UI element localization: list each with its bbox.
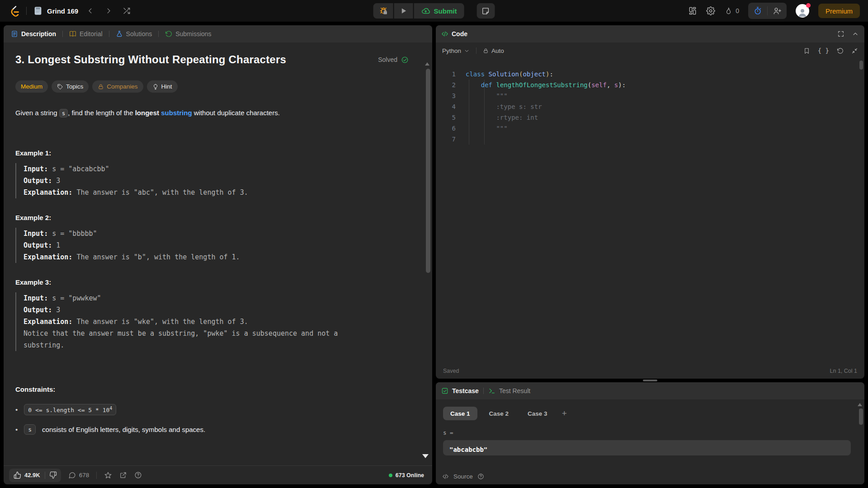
hint-button[interactable]: Hint	[147, 80, 178, 93]
add-case-button[interactable]: +	[559, 408, 570, 418]
constraint-text: consists of English letters, digits, sym…	[42, 426, 205, 433]
line-number: 4	[436, 101, 456, 112]
line-number: 1	[436, 69, 456, 80]
right-column: Code	[436, 25, 864, 484]
fullscreen-button[interactable]	[837, 30, 844, 38]
code-line[interactable]: 1class Solution(object):	[436, 69, 864, 80]
divider	[109, 31, 109, 37]
testcase-tab-2[interactable]: Case 2	[482, 407, 516, 420]
tab-submissions[interactable]: Submissions	[163, 30, 213, 38]
code-line[interactable]: 5 :rtype: int	[436, 112, 864, 123]
notification-dot	[806, 3, 811, 8]
scrollbar-thumb[interactable]	[859, 408, 863, 425]
scroll-down-arrow[interactable]	[422, 454, 429, 458]
random-question-button[interactable]	[121, 5, 132, 17]
dislike-button[interactable]	[45, 471, 61, 479]
minimize-editor-button[interactable]	[851, 47, 858, 54]
code-line[interactable]: 4 :type s: str	[436, 101, 864, 112]
like-button[interactable]: 42.9K	[9, 471, 45, 479]
streak-count: 0	[736, 7, 739, 14]
testcase-tab-3[interactable]: Case 3	[520, 407, 555, 420]
statement-text: , find the length of the	[68, 109, 135, 117]
tab-label: Solutions	[126, 30, 152, 38]
divider	[96, 472, 97, 479]
code-editor[interactable]: 1class Solution(object):2 def lengthOfLo…	[436, 59, 864, 363]
question-circle-icon	[134, 471, 142, 479]
statement-text: without duplicate characters.	[192, 109, 280, 117]
user-avatar[interactable]	[796, 4, 809, 18]
scroll-up-arrow[interactable]	[425, 62, 429, 66]
testcase-tab-1[interactable]: Case 1	[443, 407, 477, 420]
problem-footer-bar: 42.9K 678	[4, 465, 432, 484]
problem-list-button[interactable]: Grind 169	[33, 6, 78, 16]
notes-button[interactable]	[476, 3, 495, 19]
play-icon	[400, 7, 408, 15]
topbar-center-group: Submit	[373, 3, 495, 19]
code-lines: 1class Solution(object):2 def lengthOfLo…	[436, 69, 864, 145]
submit-button[interactable]: Submit	[414, 3, 464, 19]
submit-label: Submit	[434, 7, 457, 15]
reset-code-button[interactable]	[837, 47, 844, 54]
collapse-arrows-icon	[851, 47, 858, 54]
external-link-icon	[119, 471, 127, 479]
difficulty-badge[interactable]: Medium	[15, 80, 48, 93]
tab-testcase[interactable]: Testcase	[441, 387, 479, 394]
collapse-panel-button[interactable]	[852, 30, 859, 38]
example-row: Output: 3	[24, 304, 339, 316]
settings-button[interactable]	[706, 6, 715, 15]
streak-counter[interactable]: 0	[724, 7, 739, 15]
constraint-code: s	[24, 424, 36, 435]
tab-label: Editorial	[80, 30, 103, 38]
like-count: 42.9K	[24, 472, 40, 479]
favorite-button[interactable]	[104, 471, 112, 479]
prev-question-button[interactable]	[85, 5, 96, 17]
example-block: Input: s = "pwwkew"Output: 3Explanation:…	[15, 292, 339, 351]
bookmark-button[interactable]	[803, 47, 810, 54]
companies-label: Companies	[107, 83, 137, 90]
timer-button[interactable]	[748, 3, 767, 19]
code-line[interactable]: 2 def lengthOfLongestSubstring(self, s):	[436, 80, 864, 90]
problem-description-area: 3. Longest Substring Without Repeating C…	[4, 42, 432, 465]
testcase-input[interactable]: "abcabcbb"	[443, 440, 851, 455]
scrollbar-thumb[interactable]	[426, 69, 430, 273]
example-row: Input: s = "pwwkew"	[24, 292, 339, 304]
feedback-button[interactable]	[134, 471, 142, 479]
layout-switcher-button[interactable]	[688, 6, 697, 15]
indent-guide	[484, 80, 485, 145]
next-question-button[interactable]	[103, 5, 114, 17]
editor-scrollbar-thumb[interactable]	[859, 61, 863, 70]
code-line[interactable]: 6 """	[436, 123, 864, 134]
invite-button[interactable]	[768, 3, 787, 19]
layout-grid-icon	[688, 6, 697, 15]
format-code-button[interactable]: { }	[818, 47, 829, 54]
scroll-up-arrow[interactable]	[858, 403, 862, 406]
tab-solutions[interactable]: Solutions	[114, 30, 154, 38]
panel-resize-handle[interactable]	[436, 379, 864, 382]
vote-group: 42.9K	[9, 469, 61, 482]
autocomplete-toggle[interactable]: Auto	[483, 47, 504, 54]
share-button[interactable]	[119, 471, 127, 479]
online-dot	[389, 474, 392, 477]
companies-button[interactable]: Companies	[92, 80, 143, 93]
code-tab[interactable]: Code	[441, 30, 467, 38]
tab-editorial[interactable]: Editorial	[67, 30, 104, 38]
tab-description[interactable]: Description	[9, 30, 58, 38]
premium-button[interactable]: Premium	[818, 4, 860, 18]
tab-test-result[interactable]: Test Result	[488, 387, 530, 394]
topics-button[interactable]: Topics	[52, 80, 89, 93]
run-button[interactable]	[394, 3, 413, 19]
cursor-position: Ln 1, Col 1	[830, 368, 857, 374]
testcase-help-button[interactable]	[477, 473, 484, 480]
example-label: Example 2:	[15, 214, 420, 221]
test-result-tab-label: Test Result	[499, 387, 530, 394]
code-line[interactable]: 7	[436, 134, 864, 145]
language-select[interactable]: Python	[442, 47, 470, 54]
comments-button[interactable]: 678	[68, 471, 90, 479]
leetcode-logo-icon[interactable]	[8, 5, 20, 17]
code-line[interactable]: 3 """	[436, 90, 864, 101]
debug-button[interactable]	[373, 3, 393, 19]
source-button[interactable]: Source	[453, 473, 473, 480]
main-content: Description Editorial Solutions	[0, 22, 868, 488]
substring-link[interactable]: substring	[161, 109, 192, 117]
statement-text: Given a string	[15, 109, 57, 117]
